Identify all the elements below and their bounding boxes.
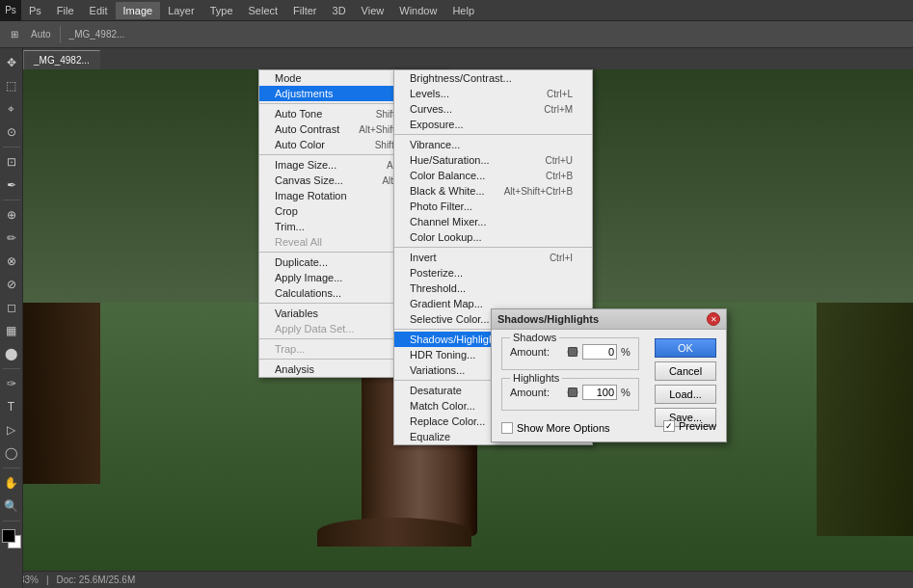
tree-roots xyxy=(317,518,471,547)
menu-type[interactable]: Type xyxy=(202,2,241,19)
toolbar-top: ⊞ Auto _MG_4982... xyxy=(0,21,913,48)
menu-layer[interactable]: Layer xyxy=(160,2,202,19)
menu-filter[interactable]: Filter xyxy=(285,2,324,19)
lasso-tool[interactable]: ⌖ xyxy=(1,98,22,120)
eyedropper-tool[interactable]: ✒ xyxy=(1,174,22,196)
menu-view[interactable]: View xyxy=(354,2,392,19)
canvas-tab[interactable]: _MG_4982... xyxy=(23,50,100,69)
tools-panel: ✥ ⬚ ⌖ ⊙ ⊡ ✒ ⊕ ✏ ⊗ ⊘ ◻ ▦ ⬤ ✑ T ▷ ◯ ✋ 🔍 xyxy=(0,48,23,588)
menu-3d[interactable]: 3D xyxy=(325,2,354,19)
adj-invert[interactable]: Invert Ctrl+I xyxy=(394,250,592,265)
adj-levels[interactable]: Levels... Ctrl+L xyxy=(394,86,592,101)
heal-tool[interactable]: ⊕ xyxy=(1,204,22,226)
adj-brightness-contrast[interactable]: Brightness/Contrast... xyxy=(394,70,592,86)
preview-label: Preview xyxy=(679,420,716,432)
dialog-ok-button[interactable]: OK xyxy=(655,338,716,358)
dialog-bottom-row: Show More Options xyxy=(501,418,639,434)
menu-bar: Ps Ps File Edit Image Layer Type Select … xyxy=(0,0,913,21)
adj-sep-2 xyxy=(394,247,592,248)
menu-edit[interactable]: Edit xyxy=(82,2,116,19)
gradient-tool[interactable]: ▦ xyxy=(1,320,22,341)
tab-bar: _MG_4982... xyxy=(23,48,913,69)
menu-file[interactable]: File xyxy=(49,2,82,19)
dialog-title: Shadows/Highlights xyxy=(497,313,599,325)
dialog-body: OK Cancel Load... Save... Shadows Amount… xyxy=(492,330,726,441)
adj-sep-1 xyxy=(394,134,592,135)
shadows-label: Shadows xyxy=(510,332,559,343)
show-more-checkbox[interactable] xyxy=(501,422,513,434)
pen-tool[interactable]: ✑ xyxy=(1,373,22,394)
adj-hue-saturation[interactable]: Hue/Saturation... Ctrl+U xyxy=(394,152,592,168)
shadows-amount-slider[interactable] xyxy=(567,350,578,354)
shadows-highlights-dialog: Shadows/Highlights ✕ OK Cancel Load... S… xyxy=(491,308,727,442)
highlights-percent: % xyxy=(621,387,631,398)
shadows-amount-row: Amount: % xyxy=(510,344,631,360)
main-layout: ✥ ⬚ ⌖ ⊙ ⊡ ✒ ⊕ ✏ ⊗ ⊘ ◻ ▦ ⬤ ✑ T ▷ ◯ ✋ 🔍 _M… xyxy=(0,48,913,588)
highlights-label: Highlights xyxy=(510,372,562,384)
foreground-color-swatch[interactable] xyxy=(2,529,15,543)
text-tool[interactable]: T xyxy=(1,396,22,417)
clone-tool[interactable]: ⊗ xyxy=(1,251,22,272)
quick-select-tool[interactable]: ⊙ xyxy=(1,121,22,143)
dialog-titlebar: Shadows/Highlights ✕ xyxy=(492,309,726,330)
tool-sep-2 xyxy=(3,200,20,200)
adj-color-lookup[interactable]: Color Lookup... xyxy=(394,229,592,245)
highlights-group: Highlights Amount: % xyxy=(501,378,639,411)
adj-curves[interactable]: Curves... Ctrl+M xyxy=(394,101,592,117)
toolbar-auto-label: Auto xyxy=(27,29,55,40)
shadows-percent: % xyxy=(621,346,631,358)
zoom-tool[interactable]: 🔍 xyxy=(1,495,22,517)
adj-color-balance[interactable]: Color Balance... Ctrl+B xyxy=(394,168,592,183)
adj-black-white[interactable]: Black & White... Alt+Shift+Ctrl+B xyxy=(394,183,592,199)
shape-tool[interactable]: ◯ xyxy=(1,442,22,464)
highlights-amount-row: Amount: % xyxy=(510,385,631,400)
status-bar: 33.33% | Doc: 25.6M/25.6M xyxy=(0,571,913,588)
menu-ps[interactable]: Ps xyxy=(21,2,49,19)
adj-vibrance[interactable]: Vibrance... xyxy=(394,137,592,152)
move-tool[interactable]: ✥ xyxy=(1,52,22,73)
preview-row: ✓ Preview xyxy=(663,420,716,432)
dialog-buttons: OK Cancel Load... Save... xyxy=(655,338,716,427)
show-more-label: Show More Options xyxy=(517,422,610,434)
toolbar-filename: _MG_4982... xyxy=(66,29,129,40)
menu-image[interactable]: Image xyxy=(116,2,161,19)
dialog-cancel-button[interactable]: Cancel xyxy=(655,361,716,381)
adj-photo-filter[interactable]: Photo Filter... xyxy=(394,199,592,214)
history-tool[interactable]: ⊘ xyxy=(1,274,22,295)
dialog-close-button[interactable]: ✕ xyxy=(707,312,720,326)
tool-sep-1 xyxy=(3,147,20,147)
crop-tool[interactable]: ⊡ xyxy=(1,151,22,173)
tool-sep-5 xyxy=(3,521,20,521)
adj-threshold[interactable]: Threshold... xyxy=(394,281,592,296)
app-logo: Ps xyxy=(0,0,21,21)
brush-tool[interactable]: ✏ xyxy=(1,227,22,249)
adj-posterize[interactable]: Posterize... xyxy=(394,265,592,281)
highlights-amount-label: Amount: xyxy=(510,387,563,398)
menu-window[interactable]: Window xyxy=(391,2,444,19)
shadows-amount-label: Amount: xyxy=(510,346,563,358)
toolbar-mode-btn[interactable]: ⊞ xyxy=(4,24,25,45)
highlights-amount-input[interactable] xyxy=(582,385,617,400)
tool-sep-4 xyxy=(3,468,20,468)
adj-channel-mixer[interactable]: Channel Mixer... xyxy=(394,214,592,229)
path-tool[interactable]: ▷ xyxy=(1,419,22,441)
dodge-tool[interactable]: ⬤ xyxy=(1,343,22,364)
toolbar-sep-1 xyxy=(60,26,61,43)
preview-checkbox[interactable]: ✓ xyxy=(663,420,675,432)
foreground-background-colors[interactable] xyxy=(2,529,21,548)
tool-sep-3 xyxy=(3,368,20,369)
status-separator: | xyxy=(46,575,49,585)
menu-select[interactable]: Select xyxy=(241,2,286,19)
adj-exposure[interactable]: Exposure... xyxy=(394,117,592,132)
hand-tool[interactable]: ✋ xyxy=(1,472,22,494)
menu-help[interactable]: Help xyxy=(444,2,482,19)
shadows-amount-input[interactable] xyxy=(582,344,617,360)
dialog-load-button[interactable]: Load... xyxy=(655,385,716,404)
doc-size: Doc: 25.6M/25.6M xyxy=(57,575,136,585)
highlights-amount-slider[interactable] xyxy=(567,390,578,394)
marquee-tool[interactable]: ⬚ xyxy=(1,75,22,96)
shadows-group: Shadows Amount: % xyxy=(501,337,639,370)
show-more-options-row: Show More Options xyxy=(501,422,610,434)
eraser-tool[interactable]: ◻ xyxy=(1,297,22,318)
canvas-area: _MG_4982... Mode ▶ Adjustme xyxy=(23,48,913,588)
